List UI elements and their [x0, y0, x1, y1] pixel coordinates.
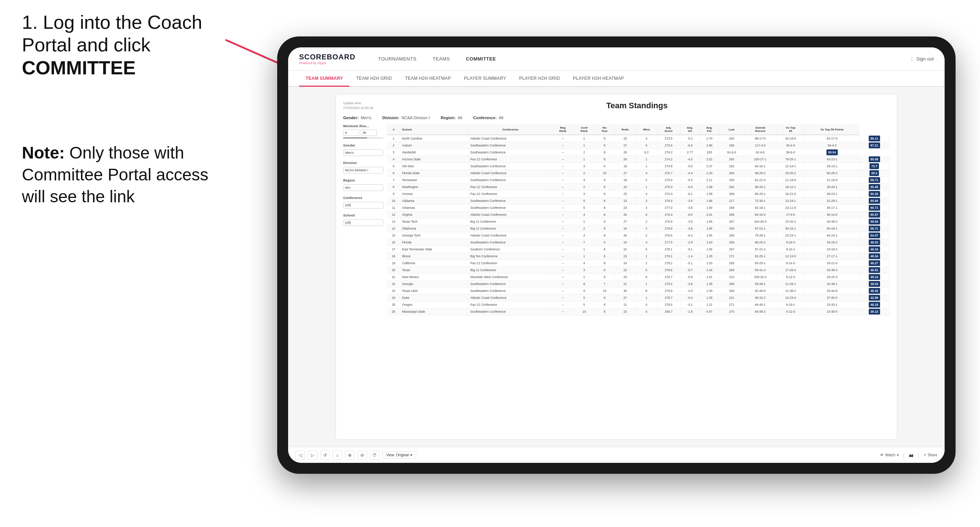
- cell-3-12: 100-27-1: [744, 156, 776, 163]
- toolbar-minus[interactable]: ⊖: [358, 451, 367, 460]
- cell-1-5: 9: [595, 142, 614, 149]
- cell-10-9: -3.8: [680, 205, 700, 211]
- toolbar-forward[interactable]: ▷: [308, 451, 317, 460]
- cell-11-6: 26: [614, 211, 636, 218]
- cell-18-11: 260: [719, 260, 745, 267]
- sub-nav-player-h2h-heatmap[interactable]: PLAYER H2H HEATMAP: [566, 71, 631, 87]
- committee-emphasis: COMMITTEE: [22, 57, 136, 78]
- cell-13-6: 24: [614, 225, 636, 232]
- cell-20-14: 29-25-3: [805, 274, 859, 281]
- cell-5-10: 2.20: [700, 170, 719, 177]
- nav-committee[interactable]: COMMITTEE: [458, 48, 504, 71]
- cell-19-5: 8: [595, 267, 614, 274]
- cell-7-14: 39-20-1: [805, 184, 859, 190]
- cell-3-2: Pac-12 Conference: [469, 156, 552, 163]
- cell-6-8: 275.9: [657, 177, 680, 184]
- toolbar-share[interactable]: ↗ Share: [923, 453, 937, 457]
- cell-8-1: Arizona: [401, 190, 469, 198]
- cell-0-9: -5.2: [680, 135, 700, 142]
- cell-5-15: 69.3: [859, 170, 889, 177]
- cell-3-0: 4: [387, 156, 401, 163]
- gender-select[interactable]: Men's: [343, 149, 383, 156]
- sub-nav-player-summary[interactable]: PLAYER SUMMARY: [457, 71, 512, 87]
- cell-13-15: 56.71: [859, 225, 889, 232]
- toolbar-home[interactable]: ⌂: [332, 451, 342, 460]
- sub-nav-team-h2h-heatmap[interactable]: TEAM H2H HEATMAP: [398, 71, 457, 87]
- cell-24-9: -3.1: [680, 302, 700, 308]
- cell-6-12: 61-21-0: [744, 177, 776, 184]
- table-layout: Minimum Rou... Gender: [343, 124, 889, 315]
- cell-23-11: 221: [719, 294, 745, 302]
- division-select[interactable]: NCAA Division I: [343, 167, 383, 173]
- cell-18-10: 1.53: [700, 260, 719, 267]
- cell-21-5: 7: [595, 281, 614, 287]
- filter-division: Division: NCAA Division I: [382, 116, 430, 120]
- cell-14-8: 276.6: [657, 232, 680, 239]
- sub-nav-team-h2h-grid[interactable]: TEAM H2H GRID: [349, 71, 398, 87]
- toolbar-refresh[interactable]: ↺: [320, 451, 330, 460]
- cell-20-9: -0.8: [680, 274, 700, 281]
- toolbar-screenshot[interactable]: 📷: [909, 453, 913, 457]
- cell-6-3: –: [552, 177, 573, 184]
- cell-22-14: 33-44-8: [805, 287, 859, 294]
- cell-17-2: Big Ten Conference: [469, 253, 552, 260]
- cell-0-5: 9: [595, 135, 614, 142]
- sign-out-link[interactable]: Sign out: [916, 56, 934, 62]
- cell-7-7: 1: [636, 184, 657, 190]
- cell-13-0: 14: [387, 225, 401, 232]
- cell-5-13: 33-25-2: [776, 170, 805, 177]
- cell-24-1: Oregon: [401, 302, 469, 308]
- top-nav: SCOREBOARD Powered by clippd TOURNAMENTS…: [288, 48, 945, 71]
- conference-select[interactable]: (All): [343, 202, 383, 208]
- sub-nav-team-summary[interactable]: TEAM SUMMARY: [299, 71, 349, 87]
- cell-22-11: 269: [719, 287, 745, 294]
- cell-20-12: 109-24-2: [744, 274, 776, 281]
- cell-1-7: 6: [636, 142, 657, 149]
- cell-10-10: 1.90: [700, 205, 719, 211]
- cell-17-8: 279.1: [657, 253, 680, 260]
- eye-icon: 👁: [880, 453, 884, 457]
- cell-4-0: 5: [387, 163, 401, 170]
- toolbar-watch[interactable]: 👁 Watch ▾: [880, 453, 899, 457]
- cell-24-15: 48.18: [859, 302, 889, 308]
- nav-teams[interactable]: TEAMS: [425, 48, 458, 71]
- cell-22-9: -2.0: [680, 287, 700, 294]
- cell-13-3: –: [552, 225, 573, 232]
- cell-4-1: Ole Miss: [401, 163, 469, 170]
- cell-25-9: -1.8: [680, 308, 700, 315]
- min-rounds-input-2[interactable]: [361, 129, 377, 136]
- cell-16-7: 5: [636, 246, 657, 253]
- cell-21-0: 22: [387, 281, 401, 287]
- region-select[interactable]: N/A: [343, 184, 383, 191]
- cell-8-5: 8: [595, 190, 614, 198]
- cell-13-4: 2: [573, 225, 595, 232]
- step-number: 1.: [22, 12, 38, 33]
- school-select[interactable]: (All): [343, 219, 383, 226]
- sidebar-school: School (All): [343, 214, 383, 226]
- cell-16-3: –: [552, 246, 573, 253]
- min-rounds-input-1[interactable]: [343, 129, 359, 136]
- cell-12-1: Texas Tech: [401, 218, 469, 225]
- cell-16-0: 17: [387, 246, 401, 253]
- cell-3-9: -4.0: [680, 156, 700, 163]
- cell-21-15: 38.54: [859, 281, 889, 287]
- panel-header: Update time: 27/03/2024 16:56:26 Team St…: [343, 101, 889, 110]
- cell-14-2: Atlantic Coast Conference: [469, 232, 552, 239]
- cell-24-14: 23-33-1: [805, 302, 859, 308]
- sign-out-divider: |: [911, 56, 913, 62]
- toolbar-plus[interactable]: ⊕: [345, 451, 355, 460]
- cell-15-14: 34-25-2: [805, 239, 859, 246]
- table-row: 8WashingtonPac-12 Conference–28231276.3-…: [387, 184, 889, 190]
- toolbar-timer[interactable]: ⏱: [370, 451, 379, 460]
- toolbar-view-button[interactable]: View: Original ▾: [382, 451, 416, 459]
- cell-24-6: 21: [614, 302, 636, 308]
- cell-25-10: 0.97: [700, 308, 719, 315]
- sub-nav-player-h2h-grid[interactable]: PLAYER H2H GRID: [512, 71, 566, 87]
- cell-16-12: 87-21-2: [744, 246, 776, 253]
- cell-15-13: 9-24-0: [776, 239, 805, 246]
- toolbar-back[interactable]: ◁: [296, 451, 305, 460]
- nav-tournaments[interactable]: TOURNAMENTS: [370, 48, 425, 71]
- cell-20-13: 9-12-3: [776, 274, 805, 281]
- share-icon: ↗: [923, 453, 926, 457]
- cell-12-8: 276.9: [657, 218, 680, 225]
